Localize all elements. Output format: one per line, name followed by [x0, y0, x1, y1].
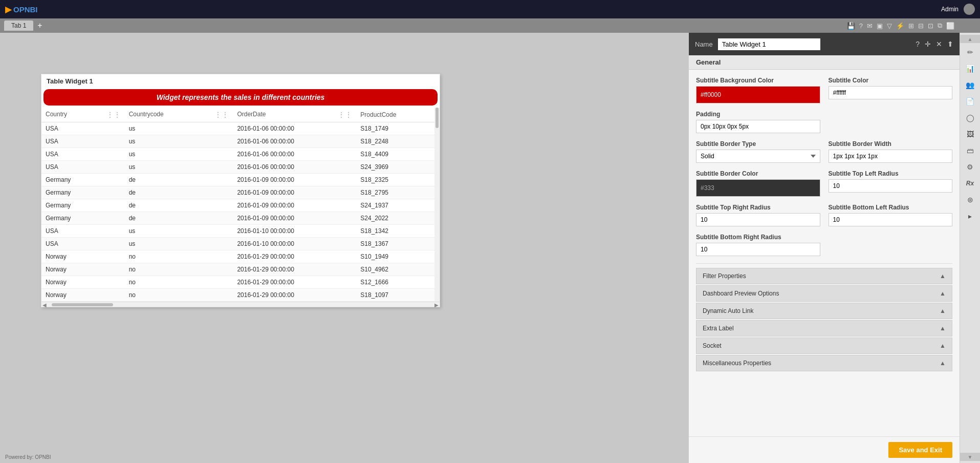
tab-general[interactable]: General — [696, 58, 721, 66]
accordion-header-dynamic-auto-link[interactable]: Dynamic Auto Link ▲ — [696, 303, 952, 319]
col-drag-countrycode[interactable]: ⋮⋮ — [214, 111, 229, 119]
widget-data-table: Country ⋮⋮ Countrycode ⋮⋮ OrderDate ⋮⋮ P… — [41, 108, 440, 302]
sidebar-icon-circle[interactable]: ◯ — [962, 111, 978, 125]
table-cell: S10_4962 — [356, 263, 440, 276]
sidebar-icon-image[interactable]: 🖼 — [962, 127, 978, 141]
table-cell: Germany — [41, 186, 125, 199]
horizontal-scrollbar[interactable]: ◀ ▶ — [41, 302, 440, 307]
expand-icon[interactable]: ⬜ — [946, 22, 954, 30]
form-group-bottom-right-radius: Subtitle Bottom Right Radius — [696, 234, 820, 256]
panel-help-icon[interactable]: ? — [916, 40, 920, 48]
accordion-header-dashboard-preview-options[interactable]: Dashboard Preview Options ▲ — [696, 285, 952, 302]
scroll-left-arrow[interactable]: ◀ — [42, 302, 47, 307]
scroll-down-arrow[interactable]: ▼ — [968, 454, 973, 460]
widget-icon[interactable]: ⊡ — [928, 22, 933, 30]
col-drag-country[interactable]: ⋮⋮ — [106, 111, 121, 119]
col-header-country: Country ⋮⋮ — [41, 108, 125, 122]
table-cell: USA — [41, 135, 125, 148]
navbar-left: ▶ OPNBI — [5, 5, 38, 14]
table-cell: S18_1342 — [356, 225, 440, 238]
sidebar-icon-filter3[interactable]: ⚙ — [962, 160, 978, 174]
accordion-header-filter-properties[interactable]: Filter Properties ▲ — [696, 268, 952, 284]
tab-add-button[interactable]: + — [37, 21, 42, 30]
subtitle-bottom-right-radius-input[interactable] — [696, 243, 820, 256]
accordion-chevron-miscellaneous-properties[interactable]: ▲ — [940, 360, 946, 367]
subtitle-border-color-swatch[interactable]: #333 — [696, 179, 820, 197]
table-cell: 2016-01-06 00:00:00 — [233, 161, 356, 174]
panel-header-icons: ? ✛ ✕ ⬆ — [916, 40, 953, 48]
filter2-icon[interactable]: ▽ — [887, 22, 892, 30]
col-drag-orderdate[interactable]: ⋮⋮ — [338, 111, 352, 119]
save-icon[interactable]: 💾 — [847, 22, 855, 30]
vertical-scrollbar[interactable] — [434, 108, 440, 302]
bolt-icon[interactable]: ⚡ — [896, 22, 904, 30]
table-icon[interactable]: ⊟ — [918, 22, 924, 30]
scroll-right-arrow[interactable]: ▶ — [434, 302, 439, 307]
subtitle-color-input[interactable] — [829, 86, 953, 99]
accordion-header-miscellaneous-properties[interactable]: Miscellaneous Properties ▲ — [696, 355, 952, 371]
panel-move-icon[interactable]: ✛ — [925, 40, 931, 48]
form-group-empty-2 — [829, 234, 953, 256]
panel-name-input[interactable] — [718, 38, 820, 50]
mail-icon[interactable]: ✉ — [867, 22, 873, 30]
help-icon[interactable]: ? — [859, 22, 863, 30]
subtitle-border-type-select[interactable]: None Solid Dashed Dotted — [696, 150, 820, 163]
table-cell: 2016-01-29 00:00:00 — [233, 276, 356, 289]
subtitle-top-right-radius-input[interactable] — [696, 213, 820, 226]
monitor-icon[interactable]: ▣ — [877, 22, 883, 30]
table-cell: de — [125, 199, 233, 212]
table-row: USAus2016-01-06 00:00:00S24_3969 — [41, 161, 440, 174]
sidebar-icon-document[interactable]: 📄 — [962, 94, 978, 109]
sidebar-icon-rx[interactable]: Rx — [962, 176, 978, 191]
widget-table-wrap: Country ⋮⋮ Countrycode ⋮⋮ OrderDate ⋮⋮ P… — [41, 108, 440, 302]
subtitle-bg-color-value: #ff0000 — [701, 91, 721, 98]
sidebar-icon-chart[interactable]: 📊 — [962, 61, 978, 76]
padding-input[interactable] — [696, 120, 820, 133]
sidebar-icon-pencil[interactable]: ✏ — [962, 45, 978, 59]
accordion-header-socket[interactable]: Socket ▲ — [696, 338, 952, 354]
accordion-chevron-extra-label[interactable]: ▲ — [940, 325, 946, 332]
vertical-scrollbar-thumb[interactable] — [435, 108, 439, 128]
sidebar-icon-database2[interactable]: 🗃 — [962, 143, 978, 158]
icon-sidebar: ▲ ✏ 📊 👥 📄 ◯ 🖼 🗃 ⚙ Rx ⊛ ▸ ▼ — [960, 33, 980, 463]
form-row-radius-3: Subtitle Bottom Right Radius — [696, 234, 952, 256]
subtitle-bottom-left-radius-input[interactable] — [829, 213, 953, 226]
scroll-up-arrow[interactable]: ▲ — [968, 36, 973, 42]
panel-collapse-icon[interactable]: ⬆ — [947, 40, 953, 48]
table-cell: 2016-01-06 00:00:00 — [233, 148, 356, 161]
panel-close-icon[interactable]: ✕ — [936, 40, 942, 48]
accordion-chevron-socket[interactable]: ▲ — [940, 342, 946, 349]
sidebar-icon-terminal[interactable]: ▸ — [962, 209, 978, 223]
user-avatar — [964, 4, 975, 15]
subtitle-top-left-radius-input[interactable] — [829, 179, 953, 193]
table-cell: us — [125, 225, 233, 238]
accordion-chevron-filter-properties[interactable]: ▲ — [940, 272, 946, 280]
subtitle-border-width-label: Subtitle Border Width — [829, 140, 953, 148]
panel-tab-row: General — [689, 55, 960, 70]
tab-item-1[interactable]: Tab 1 — [4, 20, 33, 31]
subtitle-bg-color-swatch[interactable]: #ff0000 — [696, 86, 820, 103]
tab-bar: Tab 1 + 💾 ? ✉ ▣ ▽ ⚡ ⊞ ⊟ ⊡ ⧉ ⬜ — [0, 18, 980, 33]
sidebar-icon-people[interactable]: 👥 — [962, 78, 978, 92]
save-exit-button[interactable]: Save and Exit — [888, 442, 952, 458]
accordion-header-extra-label[interactable]: Extra Label ▲ — [696, 320, 952, 336]
horizontal-scrollbar-thumb[interactable] — [52, 303, 113, 306]
table-cell: 2016-01-06 00:00:00 — [233, 122, 356, 135]
grid2-icon[interactable]: ⊞ — [908, 22, 914, 30]
table-row: USAus2016-01-06 00:00:00S18_2248 — [41, 135, 440, 148]
table-cell: S18_1749 — [356, 122, 440, 135]
subtitle-border-width-input[interactable] — [829, 150, 953, 163]
table-cell: us — [125, 122, 233, 135]
table-cell: 2016-01-06 00:00:00 — [233, 135, 356, 148]
copy-icon[interactable]: ⧉ — [938, 22, 942, 30]
table-row: USAus2016-01-10 00:00:00S18_1342 — [41, 225, 440, 238]
sidebar-scroll-top: ▲ — [960, 35, 980, 43]
toolbar-icons: 💾 ? ✉ ▣ ▽ ⚡ ⊞ ⊟ ⊡ ⧉ ⬜ — [847, 18, 954, 33]
subtitle-top-left-radius-label: Subtitle Top Left Radius — [829, 170, 953, 177]
table-cell: no — [125, 276, 233, 289]
accordion-chevron-dashboard-preview-options[interactable]: ▲ — [940, 290, 946, 297]
table-cell: Germany — [41, 174, 125, 186]
sidebar-icon-layers[interactable]: ⊛ — [962, 193, 978, 207]
accordion-chevron-dynamic-auto-link[interactable]: ▲ — [940, 307, 946, 314]
form-group-border-width: Subtitle Border Width — [829, 140, 953, 163]
